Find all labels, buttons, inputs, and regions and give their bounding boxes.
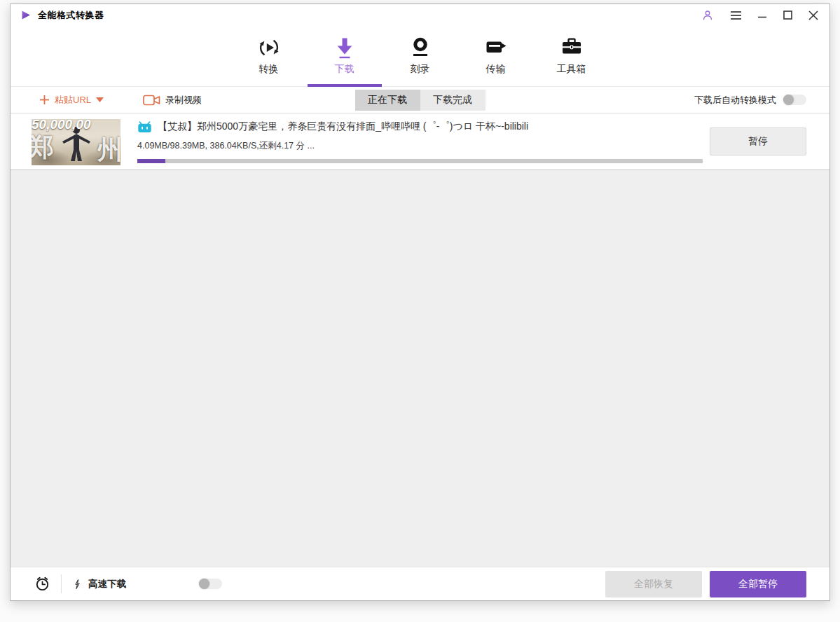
- progress-bar: [137, 159, 703, 163]
- footer: 高速下载 全部恢复 全部暂停: [11, 567, 829, 600]
- account-icon[interactable]: [701, 9, 714, 22]
- high-speed-download-control: 高速下载: [72, 576, 222, 592]
- menu-icon[interactable]: [730, 11, 742, 20]
- tab-burn[interactable]: 刻录: [383, 26, 457, 86]
- resume-all-button[interactable]: 全部恢复: [605, 571, 702, 597]
- pause-all-button[interactable]: 全部暂停: [710, 571, 806, 597]
- auto-convert-label: 下载后自动转换模式: [694, 94, 776, 106]
- record-video-label: 录制视频: [165, 94, 202, 106]
- record-video-button[interactable]: 录制视频: [143, 94, 202, 106]
- download-title: 【艾叔】郑州5000万豪宅里，养条巨贵有没有排面_哔哩哔哩 (゜-゜)つロ 干杯…: [158, 120, 528, 133]
- tab-toolbox[interactable]: 工具箱: [535, 26, 609, 86]
- lightning-bolt-icon: [72, 576, 83, 592]
- download-icon: [332, 35, 357, 60]
- filter-tab-downloading[interactable]: 正在下载: [355, 90, 420, 111]
- high-speed-label: 高速下载: [88, 578, 126, 590]
- tab-convert-label: 转换: [259, 63, 279, 76]
- convert-icon: [256, 35, 282, 60]
- alarm-clock-icon: [34, 576, 50, 592]
- thumbnail-char-right: 州: [97, 133, 121, 165]
- tab-transfer[interactable]: 传输: [459, 26, 533, 86]
- pause-button[interactable]: 暂停: [710, 127, 806, 156]
- download-progress-text: 4.09MB/98.39MB, 386.04KB/S,还剩4.17 分 ...: [137, 140, 710, 152]
- tab-convert[interactable]: 转换: [232, 26, 306, 86]
- divider: [61, 574, 62, 593]
- maximize-icon[interactable]: [783, 11, 792, 20]
- progress-fill: [137, 159, 165, 163]
- close-icon[interactable]: [808, 11, 818, 20]
- tab-toolbox-label: 工具箱: [557, 63, 586, 76]
- download-row: 50,000,00 郑 州 【艾叔】郑州5000万豪宅里，养条巨贵有没有排面_哔…: [11, 113, 829, 170]
- main-nav: 转换 下载 刻录: [11, 26, 829, 87]
- burn-icon: [408, 35, 433, 60]
- thumbnail-char-left: 郑: [32, 130, 54, 165]
- app-title: 全能格式转换器: [38, 9, 104, 22]
- download-list: 50,000,00 郑 州 【艾叔】郑州5000万豪宅里，养条巨贵有没有排面_哔…: [11, 113, 829, 567]
- plus-icon: [39, 95, 50, 105]
- filter-tab-finished[interactable]: 下载完成: [420, 90, 486, 111]
- toolbar: 粘贴URL 录制视频 正在下载 下载完成 下载后自动转换模式: [11, 87, 829, 113]
- chevron-down-icon[interactable]: [96, 97, 104, 102]
- high-speed-toggle[interactable]: [199, 579, 222, 589]
- transfer-icon: [483, 35, 509, 60]
- auto-convert-control: 下载后自动转换模式: [694, 94, 806, 106]
- tab-download[interactable]: 下载: [308, 26, 382, 86]
- video-thumbnail: 50,000,00 郑 州: [32, 119, 121, 165]
- download-info: 【艾叔】郑州5000万豪宅里，养条巨贵有没有排面_哔哩哔哩 (゜-゜)つロ 干杯…: [137, 113, 710, 163]
- tab-download-label: 下载: [335, 63, 354, 76]
- paste-url-button[interactable]: 粘贴URL: [39, 94, 104, 106]
- app-window: 全能格式转换器: [10, 4, 830, 601]
- paste-url-label: 粘贴URL: [55, 94, 91, 106]
- tab-transfer-label: 传输: [486, 63, 506, 76]
- download-filter-tabs: 正在下载 下载完成: [355, 90, 486, 111]
- bilibili-tv-icon: [137, 121, 152, 133]
- auto-convert-toggle[interactable]: [783, 95, 806, 105]
- app-logo-icon: [20, 9, 32, 21]
- schedule-button[interactable]: [34, 576, 50, 592]
- toolbox-icon: [559, 35, 584, 60]
- tab-burn-label: 刻录: [411, 63, 430, 76]
- titlebar: 全能格式转换器: [11, 4, 829, 26]
- minimize-icon[interactable]: [758, 11, 767, 20]
- camera-icon: [143, 94, 160, 106]
